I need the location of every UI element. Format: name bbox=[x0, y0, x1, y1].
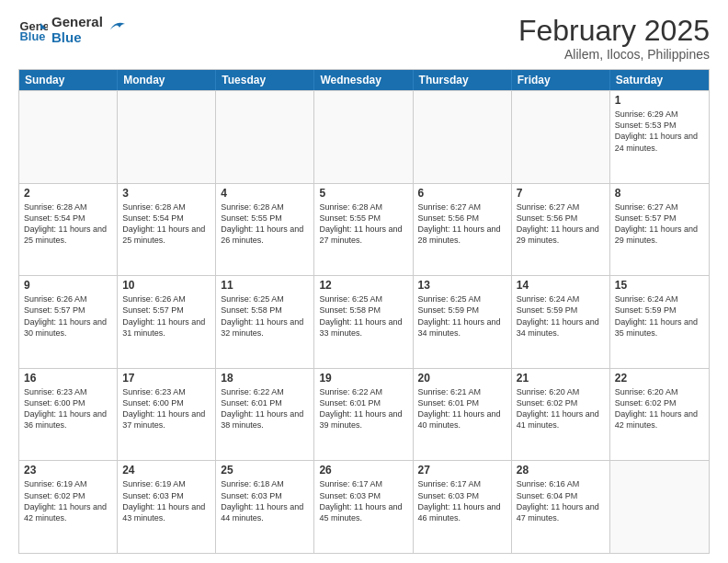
day-info: Sunrise: 6:21 AM Sunset: 6:01 PM Dayligh… bbox=[418, 386, 506, 431]
day-info: Sunrise: 6:19 AM Sunset: 6:02 PM Dayligh… bbox=[24, 478, 112, 523]
calendar-day-7: 7Sunrise: 6:27 AM Sunset: 5:56 PM Daylig… bbox=[512, 184, 610, 276]
day-info: Sunrise: 6:24 AM Sunset: 5:59 PM Dayligh… bbox=[615, 293, 704, 339]
day-number: 14 bbox=[517, 279, 605, 292]
day-header-friday: Friday bbox=[512, 70, 610, 90]
day-info: Sunrise: 6:26 AM Sunset: 5:57 PM Dayligh… bbox=[122, 293, 210, 339]
day-info: Sunrise: 6:28 AM Sunset: 5:55 PM Dayligh… bbox=[319, 201, 407, 247]
day-number: 21 bbox=[517, 372, 605, 385]
calendar-empty-cell bbox=[216, 91, 314, 183]
day-info: Sunrise: 6:23 AM Sunset: 6:00 PM Dayligh… bbox=[24, 386, 112, 431]
day-info: Sunrise: 6:27 AM Sunset: 5:56 PM Dayligh… bbox=[418, 201, 506, 247]
day-info: Sunrise: 6:22 AM Sunset: 6:01 PM Dayligh… bbox=[221, 386, 309, 431]
calendar-day-20: 20Sunrise: 6:21 AM Sunset: 6:01 PM Dayli… bbox=[414, 369, 512, 461]
day-info: Sunrise: 6:18 AM Sunset: 6:03 PM Dayligh… bbox=[221, 478, 309, 523]
logo-icon: General Blue bbox=[18, 16, 48, 45]
day-number: 11 bbox=[221, 279, 309, 292]
day-number: 3 bbox=[122, 187, 210, 200]
calendar-day-12: 12Sunrise: 6:25 AM Sunset: 5:58 PM Dayli… bbox=[314, 276, 413, 368]
day-info: Sunrise: 6:27 AM Sunset: 5:56 PM Dayligh… bbox=[517, 201, 605, 247]
day-info: Sunrise: 6:17 AM Sunset: 6:03 PM Dayligh… bbox=[319, 478, 407, 523]
calendar-day-18: 18Sunrise: 6:22 AM Sunset: 6:01 PM Dayli… bbox=[216, 369, 314, 461]
day-number: 19 bbox=[319, 372, 407, 385]
calendar-day-13: 13Sunrise: 6:25 AM Sunset: 5:59 PM Dayli… bbox=[414, 276, 512, 368]
day-number: 7 bbox=[517, 187, 605, 200]
day-info: Sunrise: 6:28 AM Sunset: 5:54 PM Dayligh… bbox=[122, 201, 210, 247]
calendar-empty-cell bbox=[314, 91, 413, 183]
day-number: 25 bbox=[221, 464, 309, 477]
calendar-empty-cell bbox=[414, 91, 512, 183]
calendar-day-9: 9Sunrise: 6:26 AM Sunset: 5:57 PM Daylig… bbox=[19, 276, 118, 368]
logo: General Blue General Blue bbox=[18, 15, 127, 45]
day-info: Sunrise: 6:25 AM Sunset: 5:58 PM Dayligh… bbox=[319, 293, 407, 339]
day-info: Sunrise: 6:20 AM Sunset: 6:02 PM Dayligh… bbox=[517, 386, 605, 431]
day-number: 12 bbox=[319, 279, 407, 292]
calendar-day-10: 10Sunrise: 6:26 AM Sunset: 5:57 PM Dayli… bbox=[118, 276, 216, 368]
logo-line1: General bbox=[51, 15, 103, 30]
day-info: Sunrise: 6:16 AM Sunset: 6:04 PM Dayligh… bbox=[517, 478, 605, 523]
calendar: SundayMondayTuesdayWednesdayThursdayFrid… bbox=[18, 69, 710, 554]
calendar-empty-cell bbox=[512, 91, 610, 183]
calendar-week-1: 1Sunrise: 6:29 AM Sunset: 5:53 PM Daylig… bbox=[19, 90, 709, 183]
day-number: 9 bbox=[24, 279, 112, 292]
calendar-day-27: 27Sunrise: 6:17 AM Sunset: 6:03 PM Dayli… bbox=[414, 461, 512, 553]
calendar-day-23: 23Sunrise: 6:19 AM Sunset: 6:02 PM Dayli… bbox=[19, 461, 118, 553]
calendar-day-5: 5Sunrise: 6:28 AM Sunset: 5:55 PM Daylig… bbox=[314, 184, 413, 276]
calendar-day-2: 2Sunrise: 6:28 AM Sunset: 5:54 PM Daylig… bbox=[19, 184, 118, 276]
day-header-monday: Monday bbox=[118, 70, 216, 90]
day-number: 20 bbox=[418, 372, 506, 385]
logo-bird-icon bbox=[108, 17, 127, 37]
logo-line2: Blue bbox=[51, 30, 103, 46]
calendar-day-11: 11Sunrise: 6:25 AM Sunset: 5:58 PM Dayli… bbox=[216, 276, 314, 368]
calendar-day-21: 21Sunrise: 6:20 AM Sunset: 6:02 PM Dayli… bbox=[512, 369, 610, 461]
calendar-week-2: 2Sunrise: 6:28 AM Sunset: 5:54 PM Daylig… bbox=[19, 183, 709, 276]
day-info: Sunrise: 6:25 AM Sunset: 5:58 PM Dayligh… bbox=[221, 293, 309, 339]
calendar-day-25: 25Sunrise: 6:18 AM Sunset: 6:03 PM Dayli… bbox=[216, 461, 314, 553]
day-number: 13 bbox=[418, 279, 506, 292]
calendar-day-6: 6Sunrise: 6:27 AM Sunset: 5:56 PM Daylig… bbox=[414, 184, 512, 276]
day-info: Sunrise: 6:27 AM Sunset: 5:57 PM Dayligh… bbox=[615, 201, 704, 247]
day-number: 28 bbox=[517, 464, 605, 477]
calendar-week-3: 9Sunrise: 6:26 AM Sunset: 5:57 PM Daylig… bbox=[19, 275, 709, 368]
calendar-empty-cell bbox=[118, 91, 216, 183]
calendar-day-14: 14Sunrise: 6:24 AM Sunset: 5:59 PM Dayli… bbox=[512, 276, 610, 368]
page: General Blue General Blue February 2025 … bbox=[0, 0, 728, 563]
day-header-tuesday: Tuesday bbox=[216, 70, 314, 90]
day-number: 22 bbox=[615, 372, 704, 385]
subtitle: Alilem, Ilocos, Philippines bbox=[518, 47, 710, 62]
day-info: Sunrise: 6:28 AM Sunset: 5:54 PM Dayligh… bbox=[24, 201, 112, 247]
calendar-day-17: 17Sunrise: 6:23 AM Sunset: 6:00 PM Dayli… bbox=[118, 369, 216, 461]
day-info: Sunrise: 6:25 AM Sunset: 5:59 PM Dayligh… bbox=[418, 293, 506, 339]
day-number: 1 bbox=[615, 94, 704, 107]
calendar-day-22: 22Sunrise: 6:20 AM Sunset: 6:02 PM Dayli… bbox=[610, 369, 709, 461]
calendar-day-1: 1Sunrise: 6:29 AM Sunset: 5:53 PM Daylig… bbox=[610, 91, 709, 183]
day-number: 15 bbox=[615, 279, 704, 292]
calendar-empty-cell bbox=[610, 461, 709, 553]
day-info: Sunrise: 6:29 AM Sunset: 5:53 PM Dayligh… bbox=[615, 109, 704, 154]
calendar-day-8: 8Sunrise: 6:27 AM Sunset: 5:57 PM Daylig… bbox=[610, 184, 709, 276]
calendar-week-5: 23Sunrise: 6:19 AM Sunset: 6:02 PM Dayli… bbox=[19, 460, 709, 553]
calendar-day-19: 19Sunrise: 6:22 AM Sunset: 6:01 PM Dayli… bbox=[314, 369, 413, 461]
day-number: 4 bbox=[221, 187, 309, 200]
calendar-day-28: 28Sunrise: 6:16 AM Sunset: 6:04 PM Dayli… bbox=[512, 461, 610, 553]
calendar-day-15: 15Sunrise: 6:24 AM Sunset: 5:59 PM Dayli… bbox=[610, 276, 709, 368]
day-info: Sunrise: 6:28 AM Sunset: 5:55 PM Dayligh… bbox=[221, 201, 309, 247]
day-number: 24 bbox=[122, 464, 210, 477]
calendar-empty-cell bbox=[19, 91, 118, 183]
day-header-thursday: Thursday bbox=[414, 70, 512, 90]
day-number: 5 bbox=[319, 187, 407, 200]
svg-text:Blue: Blue bbox=[20, 29, 46, 43]
day-header-saturday: Saturday bbox=[610, 70, 709, 90]
day-number: 17 bbox=[122, 372, 210, 385]
day-number: 16 bbox=[24, 372, 112, 385]
calendar-day-3: 3Sunrise: 6:28 AM Sunset: 5:54 PM Daylig… bbox=[118, 184, 216, 276]
calendar-header: SundayMondayTuesdayWednesdayThursdayFrid… bbox=[19, 70, 709, 90]
main-title: February 2025 bbox=[518, 15, 710, 47]
day-number: 26 bbox=[319, 464, 407, 477]
title-block: February 2025 Alilem, Ilocos, Philippine… bbox=[518, 15, 710, 62]
calendar-day-26: 26Sunrise: 6:17 AM Sunset: 6:03 PM Dayli… bbox=[314, 461, 413, 553]
day-number: 8 bbox=[615, 187, 704, 200]
day-number: 10 bbox=[122, 279, 210, 292]
day-info: Sunrise: 6:22 AM Sunset: 6:01 PM Dayligh… bbox=[319, 386, 407, 431]
header: General Blue General Blue February 2025 … bbox=[18, 15, 710, 62]
day-number: 2 bbox=[24, 187, 112, 200]
